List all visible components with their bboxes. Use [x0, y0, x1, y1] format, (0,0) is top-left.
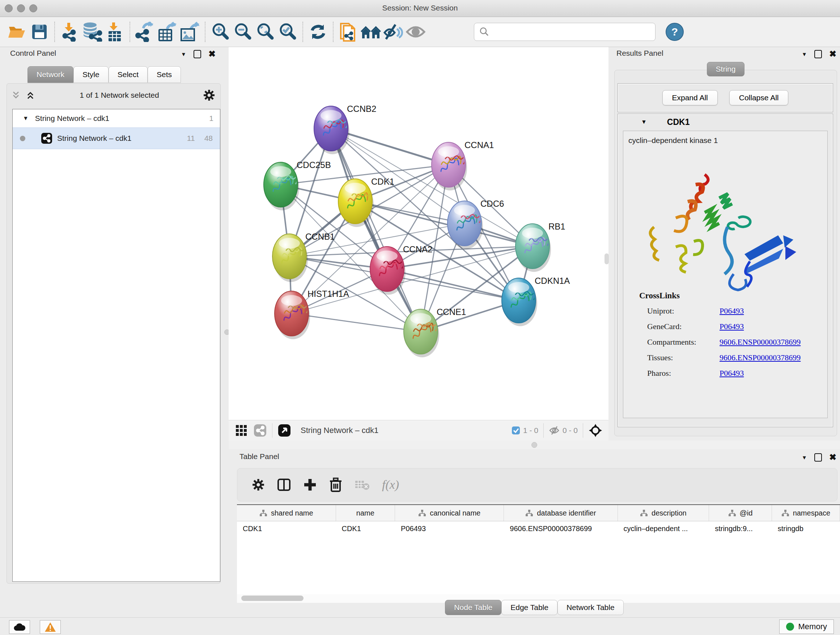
- save-session-button[interactable]: [28, 21, 51, 43]
- close-panel-button[interactable]: ✖: [829, 50, 836, 58]
- collapse-triangle-icon[interactable]: ▼: [23, 115, 28, 122]
- gene-section-header[interactable]: ▼ CDK1: [618, 114, 833, 130]
- network-view-share-icon[interactable]: [253, 424, 267, 437]
- export-image-button[interactable]: [179, 21, 201, 43]
- table-cell[interactable]: 9606.ENSP00000378699: [504, 524, 617, 533]
- split-columns-icon[interactable]: [277, 478, 291, 492]
- network-collection-row[interactable]: ▼ String Network – cdk1 1: [13, 109, 220, 127]
- add-column-icon[interactable]: [303, 478, 317, 492]
- table-cell[interactable]: stringdb:9...: [709, 524, 772, 533]
- table-cell[interactable]: CDK1: [336, 524, 395, 533]
- network-scrollbar-thumb[interactable]: [605, 253, 609, 264]
- help-button[interactable]: ?: [666, 23, 684, 41]
- zoom-out-button[interactable]: [232, 21, 254, 43]
- table-cell[interactable]: cyclin–dependent ...: [617, 524, 709, 533]
- float-panel-button[interactable]: [194, 50, 201, 58]
- crosslink-link[interactable]: P06493: [720, 369, 744, 378]
- table-cell[interactable]: P06493: [395, 524, 504, 533]
- network-node-CDKN1A[interactable]: [502, 278, 537, 326]
- column-header-database-identifier[interactable]: database identifier: [504, 505, 617, 521]
- export-network-button[interactable]: [134, 21, 156, 43]
- checkbox-icon[interactable]: [512, 426, 520, 435]
- table-cell[interactable]: stringdb: [772, 524, 840, 533]
- memory-button[interactable]: Memory: [779, 619, 834, 634]
- expand-all-button[interactable]: Expand All: [662, 90, 718, 105]
- network-canvas[interactable]: CCNB2CCNA1CDC25BCDK1CDC6RB1CCNB1CCNA2CDK…: [229, 47, 608, 420]
- network-node-CCNB2[interactable]: [314, 106, 349, 154]
- crosslink-link[interactable]: 9606.ENSP00000378699: [720, 353, 801, 363]
- search-input[interactable]: [489, 28, 655, 36]
- export-image-icon: [180, 22, 200, 42]
- crosslinks-title: CrossLinks: [639, 291, 680, 301]
- gear-icon[interactable]: [203, 89, 215, 101]
- hide-panels-button[interactable]: [382, 21, 404, 43]
- network-node-CDK1[interactable]: [338, 179, 374, 227]
- collapse-all-icon[interactable]: [11, 90, 21, 101]
- zoom-in-button[interactable]: [209, 21, 232, 43]
- column-header-namespace[interactable]: namespace: [772, 505, 840, 521]
- gear-icon[interactable]: [252, 478, 265, 491]
- zoom-fit-button[interactable]: [254, 21, 276, 43]
- zoom-selected-button[interactable]: [276, 21, 299, 43]
- network-node-CDC6[interactable]: [447, 201, 483, 249]
- tab-select[interactable]: Select: [109, 66, 148, 83]
- close-panel-button[interactable]: ✖: [208, 50, 216, 58]
- network-node-CCNA1[interactable]: [431, 142, 467, 190]
- search-field[interactable]: [474, 23, 655, 41]
- crosslink-link[interactable]: 9606.ENSP00000378699: [720, 337, 801, 347]
- panel-menu-button[interactable]: ▼: [802, 51, 807, 57]
- open-session-button[interactable]: [6, 21, 28, 43]
- open-in-window-icon[interactable]: [278, 424, 291, 437]
- crosslink-link[interactable]: P06493: [720, 322, 744, 331]
- tab-network[interactable]: Network: [27, 66, 73, 83]
- tab-edge-table[interactable]: Edge Table: [501, 600, 557, 615]
- tab-style[interactable]: Style: [73, 66, 109, 83]
- delete-trash-icon[interactable]: [329, 478, 342, 492]
- cloud-status-button[interactable]: [9, 620, 30, 634]
- warning-status-button[interactable]: [40, 620, 61, 634]
- home-layout-button[interactable]: [360, 21, 382, 43]
- import-network-from-database-button[interactable]: [81, 21, 103, 43]
- tab-sets[interactable]: Sets: [148, 66, 181, 83]
- collapse-triangle-icon[interactable]: ▼: [641, 119, 647, 125]
- refresh-view-button[interactable]: [307, 21, 329, 43]
- tab-network-table[interactable]: Network Table: [557, 600, 624, 615]
- float-panel-button[interactable]: [814, 50, 822, 58]
- network-node-RB1[interactable]: [515, 224, 551, 272]
- function-builder-icon[interactable]: f(x): [382, 478, 399, 492]
- column-header--id[interactable]: @id: [709, 505, 772, 521]
- network-node-CCNB1[interactable]: [272, 234, 308, 282]
- close-panel-button[interactable]: ✖: [829, 453, 836, 462]
- collapse-all-button[interactable]: Collapse All: [729, 90, 789, 105]
- birds-eye-grid-icon[interactable]: [235, 424, 248, 437]
- float-panel-button[interactable]: [814, 453, 822, 462]
- show-panels-button[interactable]: [404, 21, 427, 43]
- import-network-button[interactable]: [58, 21, 81, 43]
- crosslink-link[interactable]: P06493: [720, 306, 744, 316]
- network-node-CCNA2[interactable]: [370, 247, 406, 295]
- panel-menu-button[interactable]: ▼: [802, 454, 807, 461]
- export-table-button[interactable]: [156, 21, 179, 43]
- column-header-description[interactable]: description: [618, 505, 709, 521]
- fit-selection-crosshair-icon[interactable]: [588, 423, 603, 438]
- import-table-button[interactable]: [103, 21, 126, 43]
- network-name: String Network – cdk1: [57, 134, 131, 143]
- network-node-CCNE1[interactable]: [404, 309, 439, 357]
- copy-style-button[interactable]: [337, 21, 360, 43]
- horizontal-splitter[interactable]: [229, 440, 840, 449]
- column-header-canonical-name[interactable]: canonical name: [395, 505, 504, 521]
- gene-details: cyclin–dependent kinase 1: [623, 131, 828, 418]
- network-row[interactable]: String Network – cdk1 11 48: [13, 127, 220, 149]
- table-row[interactable]: CDK1CDK1P064939606.ENSP00000378699cyclin…: [237, 521, 840, 536]
- expand-all-icon[interactable]: [25, 90, 36, 101]
- table-cell[interactable]: CDK1: [237, 524, 336, 533]
- clear-table-icon[interactable]: [355, 478, 370, 491]
- column-header-shared-name[interactable]: shared name: [237, 505, 336, 521]
- tab-string[interactable]: String: [707, 62, 745, 76]
- panel-menu-button[interactable]: ▼: [181, 51, 186, 57]
- network-node-HIST1H1A[interactable]: [275, 291, 310, 339]
- zoom-in-icon: [211, 22, 230, 41]
- column-header-name[interactable]: name: [336, 505, 395, 521]
- network-edges[interactable]: [281, 128, 532, 332]
- tab-node-table[interactable]: Node Table: [445, 600, 501, 615]
